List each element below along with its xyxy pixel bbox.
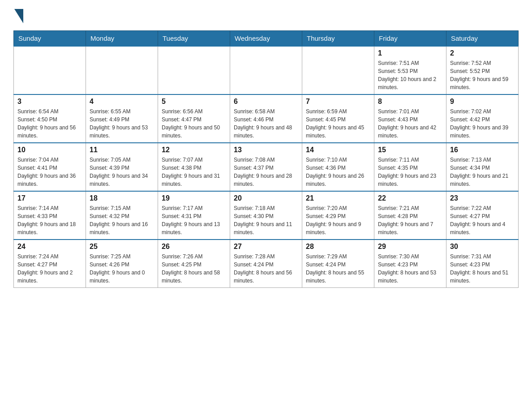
calendar-cell: 24Sunrise: 7:24 AMSunset: 4:27 PMDayligh… — [14, 240, 86, 288]
day-number: 15 — [378, 146, 442, 154]
day-number: 4 — [90, 98, 154, 106]
day-number: 7 — [306, 98, 370, 106]
day-info: Sunrise: 7:31 AMSunset: 4:23 PMDaylight:… — [450, 253, 515, 285]
day-number: 1 — [378, 49, 442, 57]
calendar-cell: 25Sunrise: 7:25 AMSunset: 4:26 PMDayligh… — [86, 240, 158, 288]
calendar-cell: 18Sunrise: 7:15 AMSunset: 4:32 PMDayligh… — [86, 191, 158, 240]
day-number: 10 — [17, 146, 82, 154]
day-info: Sunrise: 7:08 AMSunset: 4:37 PMDaylight:… — [234, 156, 298, 188]
day-number: 22 — [378, 194, 442, 202]
calendar-cell: 10Sunrise: 7:04 AMSunset: 4:41 PMDayligh… — [14, 143, 86, 191]
day-info: Sunrise: 7:30 AMSunset: 4:23 PMDaylight:… — [378, 253, 442, 285]
day-info: Sunrise: 7:20 AMSunset: 4:29 PMDaylight:… — [306, 204, 370, 236]
calendar-week-row: 1Sunrise: 7:51 AMSunset: 5:53 PMDaylight… — [14, 46, 519, 94]
calendar-cell — [230, 46, 302, 94]
weekday-header-friday: Friday — [374, 31, 446, 47]
day-info: Sunrise: 7:22 AMSunset: 4:27 PMDaylight:… — [450, 204, 515, 236]
day-number: 29 — [378, 243, 442, 251]
calendar-cell: 22Sunrise: 7:21 AMSunset: 4:28 PMDayligh… — [374, 191, 446, 240]
day-info: Sunrise: 7:07 AMSunset: 4:38 PMDaylight:… — [162, 156, 226, 188]
day-info: Sunrise: 7:26 AMSunset: 4:25 PMDaylight:… — [162, 253, 226, 285]
day-number: 11 — [90, 146, 154, 154]
calendar-cell: 17Sunrise: 7:14 AMSunset: 4:33 PMDayligh… — [14, 191, 86, 240]
calendar-cell: 30Sunrise: 7:31 AMSunset: 4:23 PMDayligh… — [446, 240, 519, 288]
calendar-cell: 11Sunrise: 7:05 AMSunset: 4:39 PMDayligh… — [86, 143, 158, 191]
day-info: Sunrise: 7:13 AMSunset: 4:34 PMDaylight:… — [450, 156, 515, 188]
day-info: Sunrise: 7:18 AMSunset: 4:30 PMDaylight:… — [234, 204, 298, 236]
calendar-cell: 3Sunrise: 6:54 AMSunset: 4:50 PMDaylight… — [14, 94, 86, 143]
calendar-cell: 15Sunrise: 7:11 AMSunset: 4:35 PMDayligh… — [374, 143, 446, 191]
day-info: Sunrise: 7:05 AMSunset: 4:39 PMDaylight:… — [90, 156, 154, 188]
day-info: Sunrise: 6:54 AMSunset: 4:50 PMDaylight:… — [17, 107, 82, 140]
day-info: Sunrise: 7:28 AMSunset: 4:24 PMDaylight:… — [234, 253, 298, 285]
day-number: 20 — [234, 194, 298, 202]
day-number: 6 — [234, 98, 298, 106]
day-info: Sunrise: 7:52 AMSunset: 5:52 PMDaylight:… — [450, 59, 515, 91]
calendar-cell: 14Sunrise: 7:10 AMSunset: 4:36 PMDayligh… — [302, 143, 374, 191]
day-number: 25 — [90, 243, 154, 251]
calendar-cell — [14, 46, 86, 94]
day-number: 17 — [17, 194, 82, 202]
day-number: 3 — [17, 98, 82, 106]
day-number: 30 — [450, 243, 515, 251]
calendar-cell: 2Sunrise: 7:52 AMSunset: 5:52 PMDaylight… — [446, 46, 519, 94]
calendar-table: SundayMondayTuesdayWednesdayThursdayFrid… — [13, 30, 519, 288]
calendar-cell: 5Sunrise: 6:56 AMSunset: 4:47 PMDaylight… — [158, 94, 230, 143]
day-number: 27 — [234, 243, 298, 251]
calendar-cell — [302, 46, 374, 94]
weekday-header-wednesday: Wednesday — [230, 31, 302, 47]
logo — [13, 9, 24, 23]
day-number: 19 — [162, 194, 226, 202]
calendar-week-row: 10Sunrise: 7:04 AMSunset: 4:41 PMDayligh… — [14, 143, 519, 191]
calendar-cell: 16Sunrise: 7:13 AMSunset: 4:34 PMDayligh… — [446, 143, 519, 191]
calendar-cell — [158, 46, 230, 94]
day-info: Sunrise: 7:11 AMSunset: 4:35 PMDaylight:… — [378, 156, 442, 188]
day-info: Sunrise: 7:29 AMSunset: 4:24 PMDaylight:… — [306, 253, 370, 285]
calendar-cell: 28Sunrise: 7:29 AMSunset: 4:24 PMDayligh… — [302, 240, 374, 288]
day-info: Sunrise: 7:10 AMSunset: 4:36 PMDaylight:… — [306, 156, 370, 188]
day-number: 13 — [234, 146, 298, 154]
day-number: 8 — [378, 98, 442, 106]
day-info: Sunrise: 6:56 AMSunset: 4:47 PMDaylight:… — [162, 107, 226, 140]
day-info: Sunrise: 7:04 AMSunset: 4:41 PMDaylight:… — [17, 156, 82, 188]
day-info: Sunrise: 7:01 AMSunset: 4:43 PMDaylight:… — [378, 107, 442, 140]
weekday-header-tuesday: Tuesday — [158, 31, 230, 47]
day-info: Sunrise: 6:59 AMSunset: 4:45 PMDaylight:… — [306, 107, 370, 140]
calendar-cell: 29Sunrise: 7:30 AMSunset: 4:23 PMDayligh… — [374, 240, 446, 288]
day-number: 26 — [162, 243, 226, 251]
day-info: Sunrise: 6:58 AMSunset: 4:46 PMDaylight:… — [234, 107, 298, 140]
day-info: Sunrise: 7:25 AMSunset: 4:26 PMDaylight:… — [90, 253, 154, 285]
day-info: Sunrise: 7:15 AMSunset: 4:32 PMDaylight:… — [90, 204, 154, 236]
day-number: 2 — [450, 49, 515, 57]
calendar-week-row: 17Sunrise: 7:14 AMSunset: 4:33 PMDayligh… — [14, 191, 519, 240]
calendar-cell: 21Sunrise: 7:20 AMSunset: 4:29 PMDayligh… — [302, 191, 374, 240]
calendar-cell: 7Sunrise: 6:59 AMSunset: 4:45 PMDaylight… — [302, 94, 374, 143]
calendar-cell: 27Sunrise: 7:28 AMSunset: 4:24 PMDayligh… — [230, 240, 302, 288]
calendar-cell: 26Sunrise: 7:26 AMSunset: 4:25 PMDayligh… — [158, 240, 230, 288]
day-info: Sunrise: 7:51 AMSunset: 5:53 PMDaylight:… — [378, 59, 442, 91]
calendar-cell: 6Sunrise: 6:58 AMSunset: 4:46 PMDaylight… — [230, 94, 302, 143]
calendar-cell: 9Sunrise: 7:02 AMSunset: 4:42 PMDaylight… — [446, 94, 519, 143]
day-number: 21 — [306, 194, 370, 202]
day-number: 28 — [306, 243, 370, 251]
calendar-cell: 8Sunrise: 7:01 AMSunset: 4:43 PMDaylight… — [374, 94, 446, 143]
weekday-header-thursday: Thursday — [302, 31, 374, 47]
calendar-cell: 23Sunrise: 7:22 AMSunset: 4:27 PMDayligh… — [446, 191, 519, 240]
day-info: Sunrise: 7:17 AMSunset: 4:31 PMDaylight:… — [162, 204, 226, 236]
logo-triangle-icon — [14, 9, 23, 23]
day-number: 23 — [450, 194, 515, 202]
day-number: 18 — [90, 194, 154, 202]
calendar-cell — [86, 46, 158, 94]
day-number: 24 — [17, 243, 82, 251]
calendar-cell: 1Sunrise: 7:51 AMSunset: 5:53 PMDaylight… — [374, 46, 446, 94]
calendar-cell: 20Sunrise: 7:18 AMSunset: 4:30 PMDayligh… — [230, 191, 302, 240]
day-number: 5 — [162, 98, 226, 106]
weekday-header-sunday: Sunday — [14, 31, 86, 47]
day-info: Sunrise: 7:24 AMSunset: 4:27 PMDaylight:… — [17, 253, 82, 285]
calendar-week-row: 24Sunrise: 7:24 AMSunset: 4:27 PMDayligh… — [14, 240, 519, 288]
calendar-week-row: 3Sunrise: 6:54 AMSunset: 4:50 PMDaylight… — [14, 94, 519, 143]
day-info: Sunrise: 6:55 AMSunset: 4:49 PMDaylight:… — [90, 107, 154, 140]
day-info: Sunrise: 7:14 AMSunset: 4:33 PMDaylight:… — [17, 204, 82, 236]
page-header — [13, 9, 519, 23]
day-info: Sunrise: 7:02 AMSunset: 4:42 PMDaylight:… — [450, 107, 515, 140]
